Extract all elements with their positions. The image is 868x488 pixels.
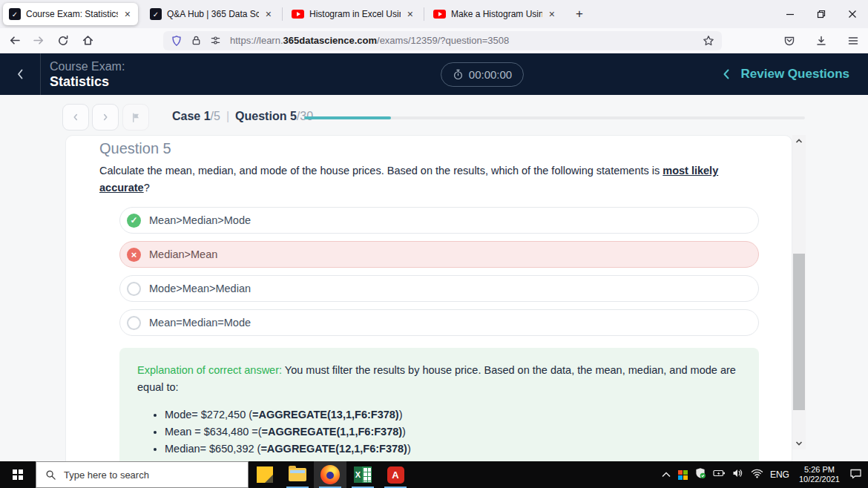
- bullet-mean: Mean = $634,480 =(=AGGREGATE(1,1,F6:F378…: [165, 423, 741, 441]
- timer-value: 00:00:00: [469, 68, 512, 81]
- scroll-up-arrow[interactable]: [792, 135, 806, 147]
- progress-fill: [304, 116, 391, 119]
- app-grid-icon[interactable]: [678, 470, 688, 480]
- scrollbar-track[interactable]: [792, 135, 806, 449]
- exam-title: Statistics: [50, 74, 109, 90]
- tab-histogram-video-1[interactable]: Histogram in Excel Using Data A ×: [286, 3, 421, 25]
- window-restore-button[interactable]: [806, 0, 837, 28]
- close-tab-icon[interactable]: ×: [406, 9, 415, 19]
- 365-logo-icon: ✓: [150, 8, 162, 20]
- reload-button[interactable]: [53, 31, 73, 50]
- forward-arrow-icon: [33, 34, 45, 47]
- window-close-button[interactable]: [837, 0, 868, 28]
- url-text: https://learn.365datascience.com/exams/1…: [230, 35, 697, 46]
- back-arrow-icon: [8, 34, 21, 47]
- question-text: Calculate the mean, median, and mode of …: [99, 162, 792, 197]
- lock-icon[interactable]: [188, 33, 203, 48]
- exam-header: Course Exam: Statistics 00:00:00 Review …: [0, 53, 868, 95]
- notification-center-icon[interactable]: [849, 468, 862, 482]
- tab-course-exam[interactable]: ✓ Course Exam: Statistics | 365 D ×: [3, 3, 138, 25]
- windows-taskbar: Type here to search X A: [0, 461, 868, 488]
- excel-icon: X: [354, 466, 372, 483]
- forward-button[interactable]: [28, 31, 49, 50]
- 365-logo-icon: ✓: [9, 8, 21, 20]
- question-label: Question 5: [235, 110, 297, 122]
- answer-option-incorrect[interactable]: × Median>Mean: [119, 241, 759, 268]
- new-tab-button[interactable]: +: [570, 4, 589, 24]
- question-panel: Question 5 Calculate the mean, median, a…: [65, 135, 792, 461]
- window-minimize-button[interactable]: [775, 0, 806, 28]
- windows-logo-icon: [13, 469, 24, 481]
- explanation-box: Explanation of correct answer: You must …: [119, 348, 759, 461]
- taskbar-clock[interactable]: 5:26 PM 10/22/2021: [796, 465, 843, 484]
- window-controls: [775, 0, 868, 28]
- acrobat-icon: A: [387, 466, 404, 484]
- answer-option-correct[interactable]: ✓ Mean>Median>Mode: [119, 207, 759, 234]
- close-tab-icon[interactable]: ×: [123, 9, 132, 19]
- sticky-notes-icon: [257, 466, 273, 483]
- option-label: Mean>Median>Mode: [149, 214, 251, 226]
- pocket-icon[interactable]: [779, 31, 800, 50]
- youtube-icon: [433, 10, 446, 19]
- next-question-button[interactable]: [92, 104, 119, 131]
- tab-title: Q&A Hub | 365 Data Science: [167, 9, 259, 19]
- tab-title: Make a Histogram Using Excel': [451, 9, 542, 19]
- scrollbar-thumb[interactable]: [793, 254, 805, 410]
- taskbar-app-sticky-notes[interactable]: [249, 461, 281, 488]
- exam-subtitle: Course Exam:: [50, 60, 125, 73]
- close-icon: [847, 9, 858, 19]
- start-button[interactable]: [0, 461, 36, 488]
- youtube-icon: [292, 10, 304, 19]
- permissions-icon[interactable]: [208, 33, 223, 48]
- taskbar-app-file-explorer[interactable]: [281, 461, 314, 488]
- minimize-icon: [785, 9, 795, 19]
- answer-option[interactable]: Mode>Mean>Median: [119, 275, 759, 302]
- taskbar-app-acrobat[interactable]: A: [379, 461, 412, 488]
- wifi-icon[interactable]: [751, 468, 763, 481]
- screen: ✓ Course Exam: Statistics | 365 D × ✓ Q&…: [0, 0, 868, 488]
- stopwatch-icon: [453, 69, 464, 80]
- toolbar-right-icons: [775, 31, 864, 50]
- file-explorer-icon: [289, 468, 306, 481]
- defender-shield-icon[interactable]: [694, 467, 706, 482]
- taskbar-search[interactable]: Type here to search: [36, 461, 249, 488]
- tab-histogram-video-2[interactable]: Make a Histogram Using Excel' ×: [427, 3, 562, 25]
- browser-tab-bar: ✓ Course Exam: Statistics | 365 D × ✓ Q&…: [0, 0, 868, 28]
- clock-date: 10/22/2021: [799, 475, 840, 484]
- question-heading: Question 5: [99, 139, 792, 158]
- radio-circle-icon: [127, 316, 141, 330]
- taskbar-app-firefox[interactable]: [314, 461, 346, 488]
- exam-back-button[interactable]: [0, 53, 41, 95]
- progress-bar: [304, 116, 805, 119]
- menu-hamburger-icon[interactable]: [843, 31, 864, 50]
- chevron-right-icon: [100, 112, 111, 122]
- tab-separator: [424, 7, 424, 21]
- correct-check-icon: ✓: [127, 214, 141, 228]
- restore-icon: [816, 9, 826, 19]
- tray-expand-chevron[interactable]: [661, 468, 671, 481]
- speaker-icon[interactable]: [732, 468, 744, 481]
- clock-time: 5:26 PM: [799, 465, 840, 475]
- chevron-left-icon: [70, 112, 81, 122]
- answer-option[interactable]: Mean=Median=Mode: [119, 309, 759, 336]
- search-placeholder: Type here to search: [64, 469, 149, 481]
- review-questions-link[interactable]: Review Questions: [723, 53, 849, 95]
- downloads-icon[interactable]: [811, 31, 832, 50]
- language-indicator[interactable]: ENG: [770, 469, 789, 480]
- tab-qa-hub[interactable]: ✓ Q&A Hub | 365 Data Science ×: [144, 3, 279, 25]
- address-bar[interactable]: https://learn.365datascience.com/exams/1…: [163, 31, 722, 50]
- prev-question-button[interactable]: [62, 104, 89, 131]
- close-tab-icon[interactable]: ×: [548, 9, 556, 19]
- home-icon: [82, 34, 94, 47]
- case-progress-text: Case 1/5|Question 5/30: [172, 110, 313, 123]
- taskbar-app-excel[interactable]: X: [346, 461, 379, 488]
- answer-options: ✓ Mean>Median>Mode × Median>Mean Mode>Me…: [119, 207, 759, 336]
- battery-icon[interactable]: [713, 468, 726, 481]
- back-button[interactable]: [4, 31, 24, 50]
- flag-question-button[interactable]: [122, 104, 149, 131]
- close-tab-icon[interactable]: ×: [264, 9, 273, 19]
- scroll-down-arrow[interactable]: [792, 438, 806, 449]
- home-button[interactable]: [77, 31, 98, 50]
- tracking-shield-icon[interactable]: [169, 33, 184, 48]
- bookmark-star-icon[interactable]: [701, 33, 716, 48]
